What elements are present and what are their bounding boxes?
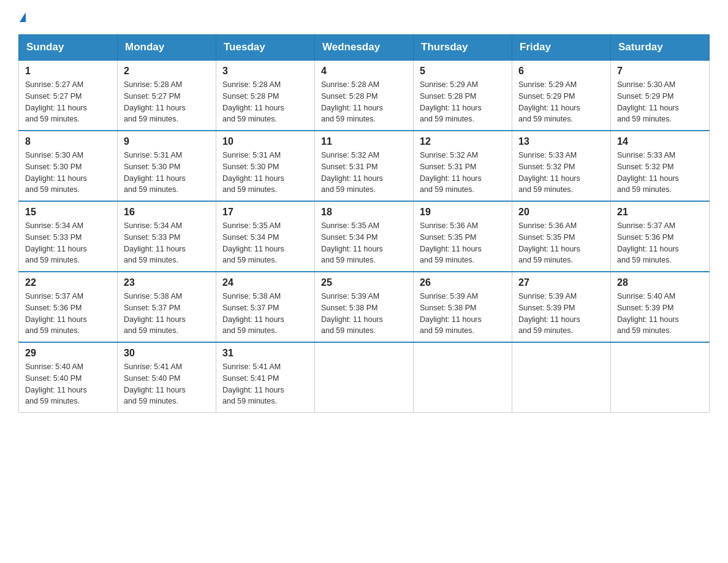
day-number: 20 xyxy=(518,207,604,218)
day-info: Sunrise: 5:37 AMSunset: 5:36 PMDaylight:… xyxy=(617,220,703,266)
weekday-header-monday: Monday xyxy=(118,35,216,61)
calendar-cell: 16Sunrise: 5:34 AMSunset: 5:33 PMDayligh… xyxy=(118,201,216,272)
day-info: Sunrise: 5:39 AMSunset: 5:38 PMDaylight:… xyxy=(420,291,506,337)
calendar-cell: 26Sunrise: 5:39 AMSunset: 5:38 PMDayligh… xyxy=(414,272,512,342)
calendar-cell: 1Sunrise: 5:27 AMSunset: 5:27 PMDaylight… xyxy=(19,60,118,131)
weekday-header-friday: Friday xyxy=(512,35,611,61)
day-number: 26 xyxy=(420,277,506,288)
day-number: 17 xyxy=(222,207,308,218)
day-info: Sunrise: 5:33 AMSunset: 5:32 PMDaylight:… xyxy=(617,150,703,196)
calendar-cell: 10Sunrise: 5:31 AMSunset: 5:30 PMDayligh… xyxy=(216,131,315,201)
day-number: 6 xyxy=(518,66,604,77)
calendar-cell: 20Sunrise: 5:36 AMSunset: 5:35 PMDayligh… xyxy=(512,201,611,272)
day-number: 21 xyxy=(617,207,703,218)
day-number: 10 xyxy=(222,136,308,147)
calendar-cell xyxy=(414,342,512,413)
day-number: 28 xyxy=(617,277,703,288)
day-info: Sunrise: 5:39 AMSunset: 5:38 PMDaylight:… xyxy=(321,291,407,337)
day-info: Sunrise: 5:39 AMSunset: 5:39 PMDaylight:… xyxy=(518,291,604,337)
calendar-cell xyxy=(512,342,611,413)
calendar-cell: 12Sunrise: 5:32 AMSunset: 5:31 PMDayligh… xyxy=(414,131,512,201)
calendar-cell: 3Sunrise: 5:28 AMSunset: 5:28 PMDaylight… xyxy=(216,60,315,131)
weekday-header-tuesday: Tuesday xyxy=(216,35,315,61)
logo xyxy=(18,12,26,22)
day-info: Sunrise: 5:31 AMSunset: 5:30 PMDaylight:… xyxy=(222,150,308,196)
day-info: Sunrise: 5:40 AMSunset: 5:40 PMDaylight:… xyxy=(25,361,111,407)
weekday-header-row: SundayMondayTuesdayWednesdayThursdayFrid… xyxy=(19,35,710,61)
day-info: Sunrise: 5:36 AMSunset: 5:35 PMDaylight:… xyxy=(518,220,604,266)
calendar-cell: 31Sunrise: 5:41 AMSunset: 5:41 PMDayligh… xyxy=(216,342,315,413)
day-info: Sunrise: 5:28 AMSunset: 5:28 PMDaylight:… xyxy=(222,79,308,125)
day-info: Sunrise: 5:35 AMSunset: 5:34 PMDaylight:… xyxy=(222,220,308,266)
week-row-3: 15Sunrise: 5:34 AMSunset: 5:33 PMDayligh… xyxy=(19,201,710,272)
day-info: Sunrise: 5:35 AMSunset: 5:34 PMDaylight:… xyxy=(321,220,407,266)
calendar-cell: 9Sunrise: 5:31 AMSunset: 5:30 PMDaylight… xyxy=(118,131,216,201)
day-number: 4 xyxy=(321,66,407,77)
day-number: 2 xyxy=(124,66,210,77)
day-number: 9 xyxy=(124,136,210,147)
day-number: 5 xyxy=(420,66,506,77)
calendar-cell: 14Sunrise: 5:33 AMSunset: 5:32 PMDayligh… xyxy=(611,131,710,201)
weekday-header-wednesday: Wednesday xyxy=(315,35,414,61)
day-info: Sunrise: 5:28 AMSunset: 5:28 PMDaylight:… xyxy=(321,79,407,125)
weekday-header-thursday: Thursday xyxy=(414,35,512,61)
day-number: 24 xyxy=(222,277,308,288)
week-row-2: 8Sunrise: 5:30 AMSunset: 5:30 PMDaylight… xyxy=(19,131,710,201)
calendar-cell: 13Sunrise: 5:33 AMSunset: 5:32 PMDayligh… xyxy=(512,131,611,201)
day-number: 7 xyxy=(617,66,703,77)
calendar-cell: 7Sunrise: 5:30 AMSunset: 5:29 PMDaylight… xyxy=(611,60,710,131)
day-info: Sunrise: 5:27 AMSunset: 5:27 PMDaylight:… xyxy=(25,79,111,125)
day-number: 1 xyxy=(25,66,111,77)
day-info: Sunrise: 5:36 AMSunset: 5:35 PMDaylight:… xyxy=(420,220,506,266)
calendar-cell: 4Sunrise: 5:28 AMSunset: 5:28 PMDaylight… xyxy=(315,60,414,131)
day-info: Sunrise: 5:28 AMSunset: 5:27 PMDaylight:… xyxy=(124,79,210,125)
day-number: 23 xyxy=(124,277,210,288)
day-number: 16 xyxy=(124,207,210,218)
day-info: Sunrise: 5:38 AMSunset: 5:37 PMDaylight:… xyxy=(222,291,308,337)
day-number: 8 xyxy=(25,136,111,147)
calendar-cell: 18Sunrise: 5:35 AMSunset: 5:34 PMDayligh… xyxy=(315,201,414,272)
week-row-4: 22Sunrise: 5:37 AMSunset: 5:36 PMDayligh… xyxy=(19,272,710,342)
day-info: Sunrise: 5:33 AMSunset: 5:32 PMDaylight:… xyxy=(518,150,604,196)
day-number: 11 xyxy=(321,136,407,147)
day-info: Sunrise: 5:38 AMSunset: 5:37 PMDaylight:… xyxy=(124,291,210,337)
day-info: Sunrise: 5:29 AMSunset: 5:29 PMDaylight:… xyxy=(518,79,604,125)
calendar-cell: 27Sunrise: 5:39 AMSunset: 5:39 PMDayligh… xyxy=(512,272,611,342)
calendar-cell: 29Sunrise: 5:40 AMSunset: 5:40 PMDayligh… xyxy=(19,342,118,413)
day-info: Sunrise: 5:30 AMSunset: 5:30 PMDaylight:… xyxy=(25,150,111,196)
calendar-cell: 21Sunrise: 5:37 AMSunset: 5:36 PMDayligh… xyxy=(611,201,710,272)
calendar-cell: 17Sunrise: 5:35 AMSunset: 5:34 PMDayligh… xyxy=(216,201,315,272)
day-number: 14 xyxy=(617,136,703,147)
calendar-cell: 6Sunrise: 5:29 AMSunset: 5:29 PMDaylight… xyxy=(512,60,611,131)
day-number: 22 xyxy=(25,277,111,288)
day-info: Sunrise: 5:34 AMSunset: 5:33 PMDaylight:… xyxy=(124,220,210,266)
day-number: 31 xyxy=(222,348,308,359)
week-row-5: 29Sunrise: 5:40 AMSunset: 5:40 PMDayligh… xyxy=(19,342,710,413)
day-info: Sunrise: 5:31 AMSunset: 5:30 PMDaylight:… xyxy=(124,150,210,196)
week-row-1: 1Sunrise: 5:27 AMSunset: 5:27 PMDaylight… xyxy=(19,60,710,131)
calendar-cell: 15Sunrise: 5:34 AMSunset: 5:33 PMDayligh… xyxy=(19,201,118,272)
calendar-cell: 24Sunrise: 5:38 AMSunset: 5:37 PMDayligh… xyxy=(216,272,315,342)
day-info: Sunrise: 5:41 AMSunset: 5:40 PMDaylight:… xyxy=(124,361,210,407)
day-number: 29 xyxy=(25,348,111,359)
day-number: 13 xyxy=(518,136,604,147)
day-info: Sunrise: 5:29 AMSunset: 5:28 PMDaylight:… xyxy=(420,79,506,125)
calendar-cell: 25Sunrise: 5:39 AMSunset: 5:38 PMDayligh… xyxy=(315,272,414,342)
calendar-cell: 2Sunrise: 5:28 AMSunset: 5:27 PMDaylight… xyxy=(118,60,216,131)
weekday-header-sunday: Sunday xyxy=(19,35,118,61)
day-number: 3 xyxy=(222,66,308,77)
day-number: 27 xyxy=(518,277,604,288)
calendar-cell: 5Sunrise: 5:29 AMSunset: 5:28 PMDaylight… xyxy=(414,60,512,131)
weekday-header-saturday: Saturday xyxy=(611,35,710,61)
day-number: 15 xyxy=(25,207,111,218)
calendar-cell: 28Sunrise: 5:40 AMSunset: 5:39 PMDayligh… xyxy=(611,272,710,342)
day-number: 19 xyxy=(420,207,506,218)
calendar-cell: 19Sunrise: 5:36 AMSunset: 5:35 PMDayligh… xyxy=(414,201,512,272)
page-header xyxy=(18,12,710,22)
calendar-cell: 11Sunrise: 5:32 AMSunset: 5:31 PMDayligh… xyxy=(315,131,414,201)
calendar-cell xyxy=(315,342,414,413)
day-info: Sunrise: 5:40 AMSunset: 5:39 PMDaylight:… xyxy=(617,291,703,337)
calendar-cell: 30Sunrise: 5:41 AMSunset: 5:40 PMDayligh… xyxy=(118,342,216,413)
calendar-cell: 23Sunrise: 5:38 AMSunset: 5:37 PMDayligh… xyxy=(118,272,216,342)
day-info: Sunrise: 5:30 AMSunset: 5:29 PMDaylight:… xyxy=(617,79,703,125)
